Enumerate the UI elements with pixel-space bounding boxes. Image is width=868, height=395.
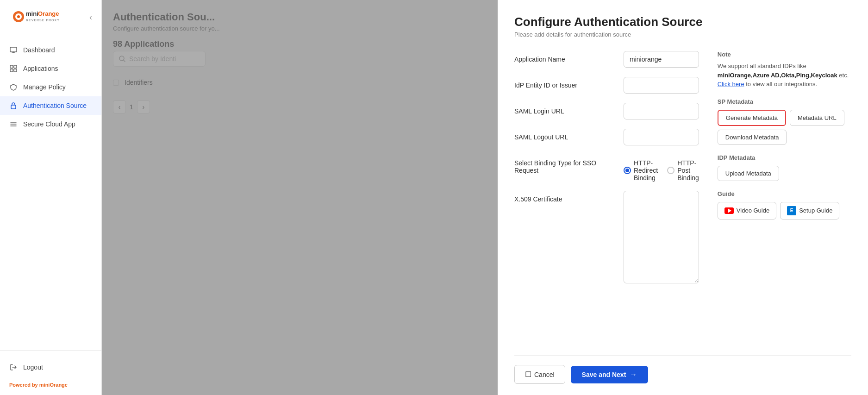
radio-http-post-circle [667,167,674,174]
logo-svg: mini Orange REVERSE PROXY [9,7,74,26]
radio-http-post-label: HTTP-Post Binding [677,159,699,182]
note-section: Note We support all standard IDPs like m… [718,51,851,89]
sidebar-logo: mini Orange REVERSE PROXY ‹ [0,0,101,35]
radio-dot [625,169,629,172]
sidebar-item-manage-policy[interactable]: Manage Policy [0,78,101,96]
cert-textarea[interactable] [624,191,699,283]
sp-metadata-buttons: Generate Metadata Metadata URL [718,110,851,126]
sidebar-item-applications-label: Applications [23,65,58,72]
note-text-2: etc. [837,72,849,79]
note-text: We support all standard IDPs like miniOr… [718,62,851,89]
configure-auth-source-modal: Configure Authentication Source Please a… [498,0,868,395]
saml-login-input[interactable] [624,103,699,119]
guide-buttons: Video Guide E Setup Guide [718,202,851,219]
video-guide-label: Video Guide [737,207,769,214]
app-name-label: Application Name [514,51,616,63]
sp-metadata-title: SP Metadata [718,98,851,105]
youtube-icon [724,207,734,214]
radio-http-redirect-label: HTTP-Redirect Binding [634,159,658,182]
saml-logout-label: SAML Logout URL [514,129,616,141]
note-text-3: to view all our integrations. [744,81,818,88]
idp-metadata-section: IDP Metadata Upload Metadata [718,154,851,181]
saml-login-label: SAML Login URL [514,103,616,115]
saml-login-field [624,103,699,119]
click-here-link[interactable]: Click here [718,81,744,88]
modal-footer: ☐ Cancel Save and Next → [514,355,851,384]
binding-type-field: HTTP-Redirect Binding HTTP-Post Binding [624,155,699,182]
svg-point-2 [17,15,20,18]
sidebar-item-dashboard[interactable]: Dashboard [0,41,101,59]
logout-label: Logout [23,364,43,371]
sidebar-item-secure-cloud-app-label: Secure Cloud App [23,120,75,128]
logo-container: mini Orange REVERSE PROXY [9,7,74,27]
idp-entity-label: IdP Entity ID or Issuer [514,77,616,89]
note-text-1: We support all standard IDPs like [718,63,806,69]
svg-rect-11 [11,105,16,109]
save-and-next-button[interactable]: Save and Next → [571,366,649,383]
saml-logout-input[interactable] [624,129,699,145]
app-name-field [624,51,699,68]
radio-http-redirect[interactable]: HTTP-Redirect Binding [624,159,658,182]
form-row-saml-login: SAML Login URL [514,103,699,119]
sidebar-navigation: Dashboard Applications Manage Policy Aut… [0,35,101,350]
idp-metadata-title: IDP Metadata [718,154,851,161]
logout-button[interactable]: Logout [9,358,92,376]
guide-title: Guide [718,190,851,197]
form-row-binding-type: Select Binding Type for SSO Request HTTP… [514,155,699,182]
note-title: Note [718,51,851,58]
sidebar-item-secure-cloud-app[interactable]: Secure Cloud App [0,115,101,133]
note-bold: miniOrange,Azure AD,Okta,Ping,Keycloak [718,72,837,79]
svg-text:mini: mini [26,10,38,17]
binding-type-label: Select Binding Type for SSO Request [514,155,616,174]
idp-entity-input[interactable] [624,77,699,94]
sidebar-item-dashboard-label: Dashboard [23,46,55,54]
cancel-icon: ☐ [525,370,531,379]
form-row-idp-entity: IdP Entity ID or Issuer [514,77,699,94]
upload-metadata-button[interactable]: Upload Metadata [718,166,779,181]
sidebar: mini Orange REVERSE PROXY ‹ Dashboard Ap… [0,0,102,395]
cancel-label: Cancel [534,371,555,378]
form-left: Application Name IdP Entity ID or Issuer [514,51,699,294]
modal-title: Configure Authentication Source [514,15,851,29]
form-row-saml-logout: SAML Logout URL [514,129,699,145]
svg-rect-10 [14,69,17,72]
powered-by: Powered by miniOrange [9,382,92,388]
svg-text:REVERSE PROXY: REVERSE PROXY [26,19,60,22]
saml-logout-field [624,129,699,145]
guide-section: Guide Video Guide E S [718,190,851,219]
modal-body: Application Name IdP Entity ID or Issuer [514,51,851,351]
form-row-app-name: Application Name [514,51,699,68]
lock-icon [9,101,18,110]
svg-rect-7 [10,65,13,68]
svg-rect-8 [14,65,17,68]
modal-overlay: Configure Authentication Source Please a… [102,0,868,395]
sp-metadata-section: SP Metadata Generate Metadata Metadata U… [718,98,851,145]
list-icon [9,120,18,128]
setup-guide-label: Setup Guide [799,207,832,214]
sidebar-collapse-button[interactable]: ‹ [89,13,92,22]
video-guide-button[interactable]: Video Guide [718,202,776,219]
save-label: Save and Next [582,371,626,378]
app-name-input[interactable] [624,51,699,68]
metadata-url-button[interactable]: Metadata URL [790,110,844,126]
arrow-right-icon: → [630,370,637,379]
docs-icon: E [787,206,796,215]
form-grid: Application Name IdP Entity ID or Issuer [514,51,851,294]
download-metadata-button[interactable]: Download Metadata [718,130,787,145]
cert-label: X.509 Certificate [514,191,616,203]
main-area: Authentication Sou... Configure authenti… [102,0,868,395]
setup-guide-button[interactable]: E Setup Guide [780,202,839,219]
grid-icon [9,64,18,73]
cert-field [624,191,699,285]
powered-brand: miniOrange [39,382,68,388]
modal-subtitle: Please add details for authentication so… [514,31,851,38]
idp-entity-field [624,77,699,94]
sidebar-item-authentication-source-label: Authentication Source [23,102,87,109]
svg-rect-9 [10,69,13,72]
cancel-button[interactable]: ☐ Cancel [514,365,565,384]
generate-metadata-button[interactable]: Generate Metadata [718,110,786,126]
sidebar-item-authentication-source[interactable]: Authentication Source [0,96,101,115]
shield-icon [9,83,18,91]
radio-http-post[interactable]: HTTP-Post Binding [667,159,699,182]
sidebar-item-applications[interactable]: Applications [0,59,101,78]
